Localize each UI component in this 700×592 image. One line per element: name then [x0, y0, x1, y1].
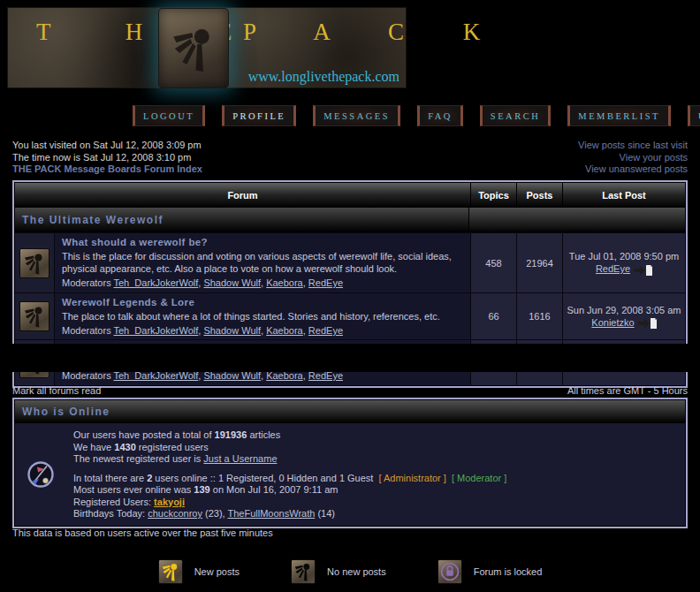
data-note: This data is based on users active over … [12, 527, 273, 538]
registered-count: 1430 [114, 442, 135, 452]
who-is-online-panel: Who is Online Our users have posted a to… [12, 398, 688, 528]
table-row: Werewolf Legends & Lore The place to tal… [15, 292, 685, 339]
separator: , [303, 277, 306, 288]
moderator-link[interactable]: Teh_DarkJokerWolf [114, 325, 199, 336]
who-content: Our users have posted a total of 191936 … [66, 423, 685, 526]
moderator-link[interactable]: RedEye [308, 277, 343, 288]
site-banner: T H E P A C K www.longlivethepack.com [7, 7, 407, 88]
nav-memberlist-button[interactable]: MEMBERLIST [567, 105, 671, 126]
forum-title-link[interactable]: Werewolf Legends & Lore [62, 297, 463, 308]
online-total-line: In total there are 2 users online :: 1 R… [73, 473, 678, 485]
spacer [73, 466, 678, 473]
forum-status-icon [19, 301, 49, 331]
pack-logo-tablet [158, 8, 229, 88]
legend-label: No new posts [327, 566, 386, 577]
banner-title-the: T H E [36, 19, 267, 46]
separator: , [198, 325, 201, 336]
articles-prefix: Our users have posted a total of [73, 429, 212, 440]
forum-page: T H E P A C K www.longlivethepack.com LO… [0, 0, 700, 592]
goto-latest-post-icon[interactable] [634, 265, 652, 276]
birthdays-label: Birthdays Today: [73, 508, 145, 519]
pack-sigil-icon [23, 305, 46, 328]
view-unanswered-posts-link[interactable]: View unanswered posts [578, 163, 688, 176]
moderator-link[interactable]: Shadow Wulf [203, 277, 261, 288]
screenshot-black-band [0, 344, 700, 372]
newest-prefix: The newest registered user is [73, 453, 201, 464]
forum-info-cell: Werewolf Legends & Lore The place to tal… [54, 293, 470, 339]
registered-line: We have 1430 registered users [73, 442, 678, 454]
pack-sigil-icon [170, 19, 217, 78]
column-header-last-post: Last Post [562, 183, 685, 208]
nav-logout-button[interactable]: LOGOUT [133, 105, 205, 126]
separator: , [261, 277, 263, 288]
forum-description: The place to talk about where a lot of t… [62, 310, 463, 323]
goto-latest-post-icon[interactable] [638, 318, 657, 329]
lock-icon [439, 561, 460, 582]
who-icon-cell [15, 423, 66, 526]
last-post-user-link[interactable]: Konietzko [591, 317, 634, 328]
forum-status-icon [19, 248, 49, 278]
column-header-posts: Posts [516, 183, 562, 208]
legend-item-new-posts: New posts [158, 559, 240, 584]
birthday-age: (14) [317, 508, 335, 519]
articles-count: 191936 [215, 429, 247, 440]
online-user-link[interactable]: takyoji [154, 497, 185, 507]
new-posts-icon [158, 559, 183, 584]
articles-line: Our users have posted a total of 191936 … [73, 429, 678, 442]
online-suffix: users online :: 1 Registered, 0 Hidden a… [155, 473, 373, 483]
moderator-link[interactable]: Kaebora [266, 277, 303, 288]
nav-profile-button[interactable]: PROFILE [222, 105, 296, 126]
status-strip: You last visited on Sat Jul 12, 2008 3:0… [12, 140, 688, 176]
status-right: View posts since last visit View your po… [578, 140, 688, 176]
birthday-user-link[interactable]: TheFullMoonsWrath [228, 508, 316, 519]
main-nav: LOGOUT PROFILE MESSAGES FAQ SEARCH MEMBE… [0, 105, 700, 126]
forum-title-link[interactable]: What should a werewolf be? [62, 237, 463, 248]
moderator-link[interactable]: Teh_DarkJokerWolf [114, 277, 199, 288]
moderators-label: Moderators [62, 325, 111, 336]
moderators-line: Moderators Teh_DarkJokerWolf, Shadow Wul… [62, 277, 463, 289]
online-users-icon [26, 459, 56, 490]
who-is-online-body: Our users have posted a total of 191936 … [15, 423, 685, 526]
birthday-age: (23), [205, 508, 225, 519]
no-new-posts-icon [291, 559, 316, 584]
nav-messages-button[interactable]: MESSAGES [313, 105, 400, 126]
separator: , [198, 277, 201, 288]
column-header-topics: Topics [470, 183, 516, 208]
pack-sigil-icon [23, 252, 46, 275]
last-post-user-link[interactable]: RedEye [596, 263, 630, 274]
last-visit-text: You last visited on Sat Jul 12, 2008 3:0… [12, 140, 202, 152]
view-posts-since-link[interactable]: View posts since last visit [578, 140, 688, 152]
most-prefix: Most users ever online was [73, 484, 191, 495]
forum-icon-cell [15, 233, 54, 292]
legend-item-forum-locked: Forum is locked [438, 559, 543, 584]
pack-sigil-icon [293, 562, 313, 581]
icon-legend: New posts No new posts Forum is locked [0, 559, 700, 584]
registered-prefix: We have [73, 442, 111, 452]
nav-usergroups-button[interactable]: USERGROUPS [688, 105, 700, 126]
nav-faq-button[interactable]: FAQ [417, 105, 463, 126]
moderator-link[interactable]: Kaebora [266, 325, 303, 336]
moderator-link[interactable]: RedEye [308, 325, 343, 336]
topics-count: 458 [470, 233, 516, 292]
moderator-link[interactable]: Shadow Wulf [203, 325, 261, 336]
most-suffix: on Mon Jul 16, 2007 9:11 am [213, 484, 339, 495]
view-your-posts-link[interactable]: View your posts [578, 152, 688, 164]
legend-item-no-new-posts: No new posts [291, 559, 386, 584]
registered-users-line: Registered Users: takyoji [73, 497, 678, 509]
newest-user-link[interactable]: Just a Username [203, 453, 277, 464]
last-post-cell: Tue Jul 01, 2008 9:50 pm RedEye [562, 233, 685, 292]
site-url: www.longlivethepack.com [248, 69, 399, 85]
moderator-legend: [ Moderator ] [452, 473, 506, 483]
last-post-cell: Sun Jun 29, 2008 3:05 am Konietzko [562, 293, 685, 339]
newest-user-line: The newest registered user is Just a Use… [73, 453, 678, 466]
birthday-user-link[interactable]: chuckconroy [148, 508, 202, 519]
table-footer-strip: Mark all forums read All times are GMT -… [12, 385, 688, 396]
mark-all-forums-read-link[interactable]: Mark all forums read [12, 385, 101, 396]
last-post-user-line: RedEye [596, 262, 652, 275]
forum-info-cell: What should a werewolf be? This is the p… [54, 233, 470, 292]
administrator-legend: [ Administrator ] [378, 473, 445, 483]
category-link[interactable]: The Ultimate Werewolf [15, 208, 468, 232]
nav-search-button[interactable]: SEARCH [480, 105, 551, 126]
table-header-row: Forum Topics Posts Last Post [15, 183, 685, 208]
articles-suffix: articles [249, 429, 280, 440]
